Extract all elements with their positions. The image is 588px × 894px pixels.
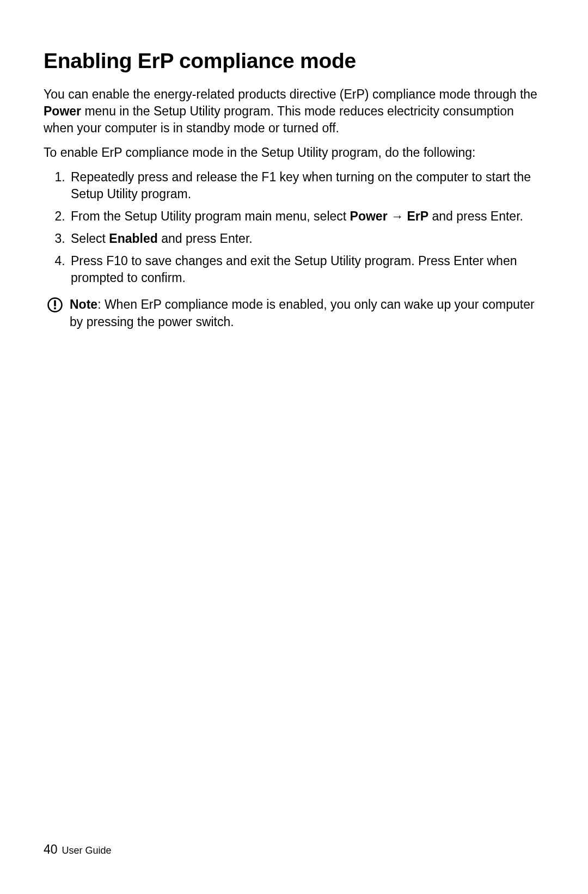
step-2-c: and press Enter.	[428, 209, 523, 223]
document-page: Enabling ErP compliance mode You can ena…	[0, 0, 588, 894]
step-3-c: and press Enter.	[158, 231, 253, 246]
step-4: Press F10 to save changes and exit the S…	[69, 253, 544, 286]
note-label: Note	[70, 297, 97, 311]
step-2-bold-power: Power	[350, 209, 388, 223]
step-3-a: Select	[71, 231, 109, 246]
page-title: Enabling ErP compliance mode	[44, 49, 544, 73]
note-block: Note: When ErP compliance mode is enable…	[44, 296, 544, 330]
intro-paragraph-1: You can enable the energy-related produc…	[44, 86, 544, 137]
page-footer: 40User Guide	[44, 842, 112, 857]
step-2-bold-erp: ErP	[407, 209, 428, 223]
note-text-container: Note: When ErP compliance mode is enable…	[70, 296, 544, 330]
intro-paragraph-2: To enable ErP compliance mode in the Set…	[44, 144, 544, 161]
step-1: Repeatedly press and release the F1 key …	[69, 169, 544, 203]
step-1-text: Repeatedly press and release the F1 key …	[71, 170, 531, 201]
step-2-arrow: →	[388, 209, 407, 223]
exclamation-circle-icon	[47, 297, 63, 313]
svg-rect-1	[54, 301, 56, 307]
footer-doc-title: User Guide	[62, 845, 112, 856]
steps-list: Repeatedly press and release the F1 key …	[44, 169, 544, 286]
intro-p1-part-a: You can enable the energy-related produc…	[44, 87, 537, 101]
step-2-a: From the Setup Utility program main menu…	[71, 209, 350, 223]
step-4-text: Press F10 to save changes and exit the S…	[71, 254, 517, 285]
svg-rect-2	[54, 308, 56, 310]
note-body: : When ErP compliance mode is enabled, y…	[70, 297, 535, 328]
intro-p1-bold: Power	[44, 104, 81, 118]
step-3-bold: Enabled	[109, 231, 157, 246]
step-2: From the Setup Utility program main menu…	[69, 208, 544, 225]
intro-p1-part-b: menu in the Setup Utility program. This …	[44, 104, 514, 135]
page-number: 40	[44, 842, 58, 856]
step-3: Select Enabled and press Enter.	[69, 230, 544, 247]
